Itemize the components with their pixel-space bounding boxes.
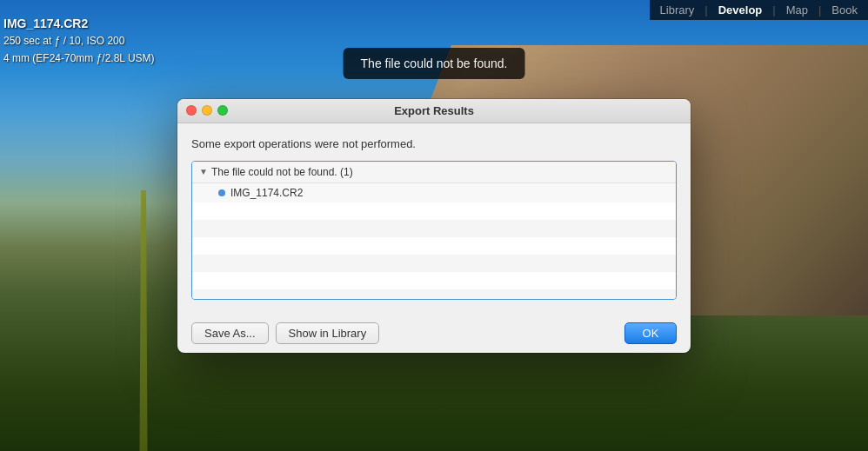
ok-button[interactable]: OK <box>624 322 677 344</box>
error-section-header: ▼ The file could not be found. (1) <box>192 162 676 183</box>
dialog-message: Some export operations were not performe… <box>191 137 677 150</box>
modal-overlay: Export Results Some export operations we… <box>0 0 868 451</box>
maximize-window-button[interactable] <box>217 105 228 116</box>
error-section-label: The file could not be found. (1) <box>211 166 353 178</box>
show-in-library-button[interactable]: Show in Library <box>276 322 380 344</box>
dialog-title: Export Results <box>394 104 474 117</box>
empty-row <box>192 237 676 255</box>
blue-dot-icon <box>218 189 225 196</box>
empty-row <box>192 272 676 289</box>
empty-row <box>192 289 676 300</box>
empty-row <box>192 220 676 237</box>
error-list-item: IMG_1174.CR2 <box>192 183 676 202</box>
save-as-button[interactable]: Save As... <box>191 322 269 344</box>
empty-row <box>192 202 676 220</box>
dialog-footer: Save As... Show in Library OK <box>177 314 691 353</box>
close-window-button[interactable] <box>186 105 197 116</box>
error-filename: IMG_1174.CR2 <box>230 187 303 199</box>
error-list-box[interactable]: ▼ The file could not be found. (1) IMG_1… <box>191 161 677 300</box>
collapse-triangle-icon: ▼ <box>199 167 208 176</box>
traffic-lights <box>186 105 228 116</box>
dialog-titlebar: Export Results <box>177 99 691 123</box>
dialog-body: Some export operations were not performe… <box>177 123 691 314</box>
minimize-window-button[interactable] <box>202 105 212 116</box>
empty-row <box>192 255 676 272</box>
footer-left-buttons: Save As... Show in Library <box>191 322 379 344</box>
export-results-dialog: Export Results Some export operations we… <box>177 99 691 353</box>
empty-rows <box>192 202 676 300</box>
